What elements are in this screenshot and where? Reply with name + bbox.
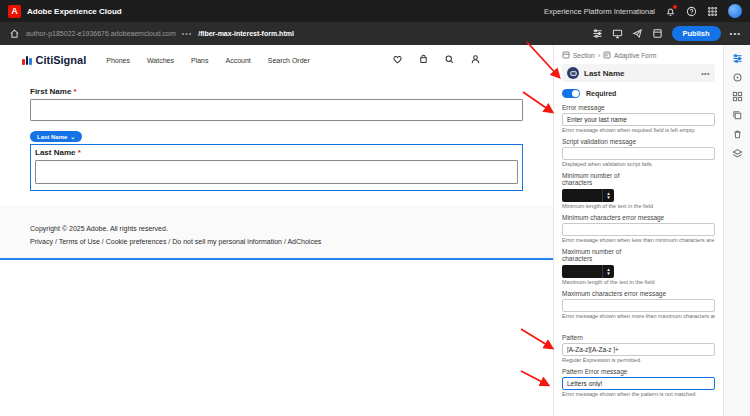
breadcrumb-section[interactable]: Section	[573, 52, 595, 59]
max-chars-error-input[interactable]	[562, 299, 715, 312]
panel-field-script-validation: Script validation message Displayed when…	[562, 138, 715, 167]
home-icon[interactable]	[9, 28, 20, 39]
notification-dot	[673, 5, 677, 9]
page-path: /fiber-max-interest-form.html	[198, 30, 294, 37]
panel-field-min-chars-error: Minimum characters error message Error m…	[562, 214, 715, 243]
stepper-down-icon[interactable]: ▾	[607, 271, 610, 275]
stepper-value	[562, 189, 602, 202]
breadcrumb-adaptive-form[interactable]: Adaptive Form	[614, 52, 656, 59]
script-validation-input[interactable]	[562, 147, 715, 160]
min-characters-stepper[interactable]: ▴ ▾	[562, 189, 614, 202]
required-toggle-row: Required	[562, 87, 715, 99]
first-name-input[interactable]	[30, 99, 523, 121]
properties-icon[interactable]	[732, 53, 743, 64]
first-name-label: First Name *	[30, 87, 523, 96]
selected-component-chip[interactable]: Last Name⌄	[30, 131, 82, 142]
editor-side-rail	[723, 45, 750, 416]
breadcrumb-sep-icon: ›	[598, 52, 600, 59]
field-help-text: Maximum length of the text in the field	[562, 279, 715, 285]
required-asterisk: *	[74, 87, 77, 96]
delete-icon[interactable]	[732, 129, 743, 140]
components-icon[interactable]	[732, 91, 743, 102]
editor-toolbar: author-p185022-e1936676.adobeaemcloud.co…	[0, 22, 750, 45]
field-label: Minimum characters error message	[562, 214, 715, 221]
site-nav: Phones Watches Plans Account Search Orde…	[106, 57, 310, 64]
content-tree-icon[interactable]	[732, 148, 743, 159]
field-help-text: Minimum length of the text in the field	[562, 203, 715, 209]
field-label: Maximum characters error message	[562, 290, 715, 297]
field-help-text: Error message shown when less than minim…	[562, 237, 715, 243]
breadcrumb: Section › Adaptive Form	[562, 49, 715, 61]
component-more-icon[interactable]: •••	[701, 70, 710, 77]
site-header: CitiSignal Phones Watches Plans Account …	[0, 45, 553, 75]
search-icon[interactable]	[444, 51, 455, 69]
page-boundary-line	[0, 258, 553, 260]
nav-item-account[interactable]: Account	[225, 57, 250, 64]
top-bar: A Adobe Experience Cloud Experience Plat…	[0, 0, 750, 22]
cart-bag-icon[interactable]	[418, 51, 429, 69]
field-label: Minimum number of characters	[562, 172, 642, 187]
notifications-icon[interactable]	[665, 6, 676, 17]
field-label: Script validation message	[562, 138, 715, 145]
required-toggle[interactable]	[562, 89, 580, 98]
required-toggle-label: Required	[586, 90, 616, 97]
app-title: Adobe Experience Cloud	[27, 7, 122, 16]
site-logo[interactable]: CitiSignal	[22, 54, 86, 66]
copyright-text: Copyright © 2025 Adobe. All rights reser…	[30, 225, 523, 232]
site-host: author-p185022-e1936676.adobeaemcloud.co…	[26, 30, 176, 37]
nav-item-search-order[interactable]: Search Order	[268, 57, 310, 64]
nav-item-watches[interactable]: Watches	[147, 57, 174, 64]
brand-name: CitiSignal	[36, 54, 87, 66]
panel-field-pattern-error: Pattern Error message Error message show…	[562, 368, 715, 397]
apps-grid-icon[interactable]	[707, 6, 718, 17]
org-switcher[interactable]: Experience Platform International	[544, 7, 655, 16]
chip-chevron-down-icon: ⌄	[70, 133, 75, 140]
text-field-component-icon	[567, 67, 579, 79]
account-user-icon[interactable]	[470, 51, 481, 69]
stepper-down-icon[interactable]: ▾	[607, 195, 610, 199]
max-characters-stepper[interactable]: ▴ ▾	[562, 265, 614, 278]
field-label: Pattern	[562, 334, 715, 341]
assets-icon[interactable]	[732, 72, 743, 83]
panel-field-max-characters: Maximum number of characters ▴ ▾ Maximum…	[562, 248, 715, 285]
stepper-arrows[interactable]: ▴ ▾	[602, 189, 614, 202]
editor-settings-icon[interactable]	[592, 28, 603, 39]
panel-field-error-message: Error message Error message shown when r…	[562, 104, 715, 133]
site-footer: Copyright © 2025 Adobe. All rights reser…	[0, 205, 553, 258]
last-name-label: Last Name *	[35, 148, 518, 157]
panel-field-max-chars-error: Maximum characters error message Error m…	[562, 290, 715, 319]
pattern-input[interactable]	[562, 343, 715, 356]
preview-icon[interactable]	[652, 28, 663, 39]
nav-item-plans[interactable]: Plans	[191, 57, 209, 64]
field-label: Pattern Error message	[562, 368, 715, 375]
min-chars-error-input[interactable]	[562, 223, 715, 236]
required-asterisk: *	[78, 148, 81, 157]
brand-bars-icon	[22, 56, 32, 66]
copy-icon[interactable]	[732, 110, 743, 121]
selected-component-outline[interactable]: Last Name *	[30, 144, 523, 191]
stepper-arrows[interactable]: ▴ ▾	[602, 265, 614, 278]
field-help-text: Error message shown when required field …	[562, 127, 715, 133]
nav-item-phones[interactable]: Phones	[106, 57, 130, 64]
wishlist-heart-icon[interactable]	[392, 51, 403, 69]
page-canvas: CitiSignal Phones Watches Plans Account …	[0, 45, 553, 416]
field-label: Error message	[562, 104, 715, 111]
panel-field-pattern: Pattern Regular Expression is permitted.	[562, 334, 715, 363]
device-preview-icon[interactable]	[612, 28, 623, 39]
url-ellipsis: •••	[182, 30, 192, 37]
user-avatar[interactable]	[728, 4, 742, 18]
footer-links[interactable]: Privacy / Terms of Use / Cookie preferen…	[30, 238, 523, 245]
field-help-text: Error message shown when the pattern is …	[562, 391, 715, 397]
field-help-text: Regular Expression is permitted.	[562, 357, 715, 363]
field-help-text: Error message shown when more than maxim…	[562, 313, 715, 319]
help-icon[interactable]	[686, 6, 697, 17]
panel-field-min-characters: Minimum number of characters ▴ ▾ Minimum…	[562, 172, 715, 209]
publish-button[interactable]: Publish	[672, 26, 721, 41]
pattern-error-input[interactable]	[562, 377, 715, 390]
last-name-input[interactable]	[35, 160, 518, 184]
share-icon[interactable]	[632, 28, 643, 39]
section-icon	[562, 51, 570, 59]
properties-panel: Section › Adaptive Form Last Name ••• Re…	[553, 45, 723, 416]
toolbar-more-icon[interactable]: •••	[730, 29, 741, 38]
error-message-input[interactable]	[562, 113, 715, 126]
